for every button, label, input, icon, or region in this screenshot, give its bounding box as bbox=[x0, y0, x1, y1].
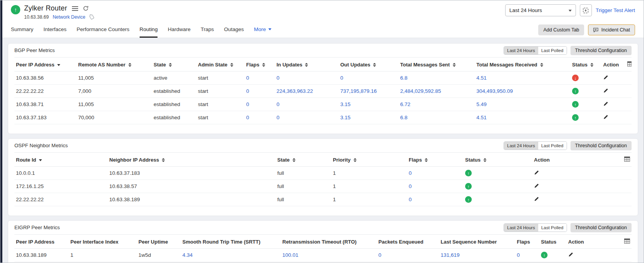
col-out-updates[interactable]: Out Updates bbox=[339, 57, 399, 71]
col-packets-enqueued[interactable]: Packets Enqueued bbox=[377, 235, 439, 249]
cell: start bbox=[196, 71, 245, 85]
col-neighbor-ip-address[interactable]: Neighbor IP Address bbox=[108, 153, 276, 167]
metric-link[interactable]: 0 bbox=[339, 71, 399, 85]
edit-icon[interactable] bbox=[603, 101, 608, 106]
metric-link[interactable]: 0 bbox=[275, 111, 339, 124]
tab-more[interactable]: More bbox=[254, 26, 271, 38]
tab-summary[interactable]: Summary bbox=[11, 26, 33, 38]
incident-chat-button[interactable]: Incident Chat bbox=[588, 24, 635, 35]
time-range-select[interactable]: Last 24 Hours bbox=[505, 4, 576, 16]
col-flaps[interactable]: Flaps bbox=[245, 57, 275, 71]
col-status[interactable]: Status bbox=[570, 57, 602, 71]
metric-link[interactable]: 100.01 bbox=[281, 249, 377, 262]
edit-icon[interactable] bbox=[603, 115, 608, 120]
col-total-messages-received[interactable]: Total Messages Received bbox=[475, 57, 570, 71]
metric-link[interactable]: 0 bbox=[275, 71, 339, 85]
edit-icon[interactable] bbox=[534, 183, 539, 188]
toggle-last-24-hours[interactable]: Last 24 Hours bbox=[504, 142, 538, 150]
threshold-configuration-button[interactable]: Threshold Configuration bbox=[570, 223, 632, 232]
metric-link[interactable]: 6.72 bbox=[399, 98, 475, 111]
tab-traps[interactable]: Traps bbox=[201, 26, 214, 38]
metric-link[interactable]: 0 bbox=[407, 180, 464, 193]
col-rto[interactable]: Retransmission Timeout (RTO) bbox=[281, 235, 377, 249]
metric-link[interactable]: 3.15 bbox=[339, 98, 399, 111]
edit-icon[interactable] bbox=[603, 88, 608, 93]
menu-icon[interactable] bbox=[72, 6, 78, 11]
metric-link[interactable]: 3.15 bbox=[339, 111, 399, 124]
add-custom-tab-button[interactable]: Add Custom Tab bbox=[538, 24, 584, 35]
col-route-id[interactable]: Route Id bbox=[14, 153, 108, 167]
col-state[interactable]: State bbox=[276, 153, 331, 167]
tab-interfaces[interactable]: Interfaces bbox=[44, 26, 66, 38]
threshold-configuration-button[interactable]: Threshold Configuration bbox=[570, 141, 632, 150]
metric-link[interactable]: 304,493,950.09 bbox=[475, 85, 570, 98]
col-remote-as-number[interactable]: Remote AS Number bbox=[77, 57, 152, 71]
col-peer-interface-index[interactable]: Peer Interface Index bbox=[69, 235, 137, 249]
tab-performance-counters[interactable]: Performance Counters bbox=[77, 26, 130, 38]
edit-icon[interactable] bbox=[568, 252, 573, 257]
toggle-last-polled[interactable]: Last Polled bbox=[538, 142, 567, 150]
col-flaps[interactable]: Flaps bbox=[515, 235, 539, 249]
toggle-last-24-hours[interactable]: Last 24 Hours bbox=[504, 224, 538, 232]
tag-icon[interactable] bbox=[89, 14, 94, 20]
metric-link[interactable]: 0 bbox=[377, 249, 439, 262]
col-state[interactable]: State bbox=[152, 57, 196, 71]
col-srtt[interactable]: Smooth Round Trip Time (SRTT) bbox=[181, 235, 281, 249]
table-row: 22.22.22.22 10.63.38.189 full 1 0 bbox=[14, 193, 632, 206]
col-last-sequence-number[interactable]: Last Sequence Number bbox=[439, 235, 515, 249]
metric-link[interactable]: 0 bbox=[245, 111, 275, 124]
col-admin-state[interactable]: Admin State bbox=[196, 57, 245, 71]
col-status[interactable]: Status bbox=[539, 235, 567, 249]
metric-link[interactable]: 0 bbox=[245, 85, 275, 98]
metric-link[interactable]: 6.8 bbox=[399, 111, 475, 124]
toggle-last-polled[interactable]: Last Polled bbox=[538, 47, 567, 54]
sort-icon bbox=[305, 63, 308, 67]
trigger-test-alert-link[interactable]: Trigger Test Alert bbox=[596, 7, 635, 13]
col-in-updates[interactable]: In Updates bbox=[275, 57, 339, 71]
cell: 7,000 bbox=[77, 85, 152, 98]
metric-link[interactable]: 4.51 bbox=[475, 71, 570, 85]
edit-icon[interactable] bbox=[534, 197, 539, 202]
metric-link[interactable]: 4.34 bbox=[181, 249, 281, 262]
metric-link[interactable]: 5.49 bbox=[475, 98, 570, 111]
cell: 10.63.37.183 bbox=[108, 167, 276, 180]
metric-link[interactable]: 0 bbox=[245, 98, 275, 111]
tab-hardware[interactable]: Hardware bbox=[168, 26, 191, 38]
metric-link[interactable]: 0 bbox=[245, 71, 275, 85]
metric-link[interactable]: 4.51 bbox=[475, 111, 570, 124]
metric-link[interactable]: 0 bbox=[515, 249, 539, 262]
toggle-last-polled[interactable]: Last Polled bbox=[538, 224, 567, 232]
col-total-messages-sent[interactable]: Total Messages Sent bbox=[399, 57, 475, 71]
col-status[interactable]: Status bbox=[464, 153, 532, 167]
col-flaps[interactable]: Flaps bbox=[407, 153, 464, 167]
capture-icon bbox=[582, 7, 589, 14]
metric-link[interactable]: 2,484,029,592.85 bbox=[399, 85, 475, 98]
capture-widget-button[interactable] bbox=[580, 4, 592, 16]
col-column-chooser[interactable] bbox=[601, 235, 632, 249]
cell: 10.63.38.189 bbox=[108, 193, 276, 206]
edit-icon[interactable] bbox=[603, 75, 608, 80]
cell: full bbox=[276, 167, 331, 180]
status-up-icon bbox=[572, 114, 579, 121]
eigrp-peer-metrics-card: EIGRP Peer Metrics Last 24 Hours Last Po… bbox=[8, 220, 638, 263]
col-peer-uptime[interactable]: Peer Uptime bbox=[137, 235, 181, 249]
device-type-link[interactable]: Network Device bbox=[52, 14, 85, 20]
col-column-chooser[interactable] bbox=[626, 57, 632, 71]
metric-link[interactable]: 0 bbox=[407, 167, 464, 180]
toggle-last-24-hours[interactable]: Last 24 Hours bbox=[504, 47, 538, 54]
col-priority[interactable]: Priority bbox=[331, 153, 407, 167]
tab-outages[interactable]: Outages bbox=[224, 26, 244, 38]
col-peer-ip-address[interactable]: Peer IP Address bbox=[14, 57, 77, 71]
metric-link[interactable]: 737,195,879.16 bbox=[339, 85, 399, 98]
metric-link[interactable]: 131,619 bbox=[439, 249, 515, 262]
refresh-icon[interactable] bbox=[83, 5, 89, 11]
metric-link[interactable]: 0 bbox=[275, 98, 339, 111]
col-peer-ip-address[interactable]: Peer IP Address bbox=[14, 235, 69, 249]
metric-link[interactable]: 224,363,963.22 bbox=[275, 85, 339, 98]
threshold-configuration-button[interactable]: Threshold Configuration bbox=[570, 46, 632, 55]
tab-routing[interactable]: Routing bbox=[140, 26, 158, 38]
metric-link[interactable]: 6.8 bbox=[399, 71, 475, 85]
edit-icon[interactable] bbox=[534, 170, 539, 175]
col-column-chooser[interactable] bbox=[619, 153, 632, 167]
metric-link[interactable]: 0 bbox=[407, 193, 464, 206]
